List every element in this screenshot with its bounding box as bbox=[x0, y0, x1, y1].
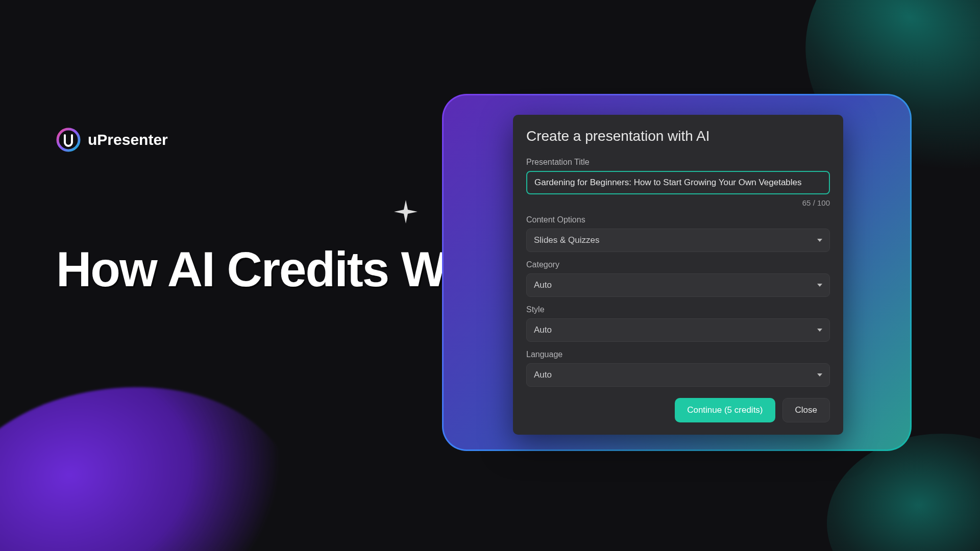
decorative-blob-teal-bottom bbox=[827, 434, 980, 551]
category-label: Category bbox=[526, 260, 830, 269]
dialog-title: Create a presentation with AI bbox=[526, 128, 830, 144]
language-value: Auto bbox=[534, 370, 552, 380]
logo-icon bbox=[56, 128, 81, 152]
language-label: Language bbox=[526, 350, 830, 359]
title-label: Presentation Title bbox=[526, 158, 830, 167]
decorative-blob-purple bbox=[0, 346, 323, 551]
chevron-down-icon bbox=[817, 329, 822, 332]
close-button[interactable]: Close bbox=[782, 398, 830, 422]
language-select[interactable]: Auto bbox=[526, 363, 830, 387]
title-char-count: 65 / 100 bbox=[526, 198, 830, 207]
continue-button[interactable]: Continue (5 credits) bbox=[675, 398, 775, 422]
content-options-label: Content Options bbox=[526, 215, 830, 224]
category-value: Auto bbox=[534, 280, 552, 290]
presentation-title-input[interactable] bbox=[526, 171, 830, 194]
category-select[interactable]: Auto bbox=[526, 273, 830, 297]
style-select[interactable]: Auto bbox=[526, 318, 830, 342]
brand-name: uPresenter bbox=[88, 131, 168, 148]
svg-point-0 bbox=[58, 129, 79, 151]
chevron-down-icon bbox=[817, 239, 822, 242]
sparkle-icon bbox=[393, 199, 419, 224]
create-presentation-dialog: Create a presentation with AI Presentati… bbox=[513, 115, 843, 435]
style-label: Style bbox=[526, 305, 830, 314]
style-value: Auto bbox=[534, 325, 552, 335]
content-options-select[interactable]: Slides & Quizzes bbox=[526, 229, 830, 252]
content-options-value: Slides & Quizzes bbox=[534, 235, 600, 245]
chevron-down-icon bbox=[817, 284, 822, 287]
chevron-down-icon bbox=[817, 373, 822, 377]
